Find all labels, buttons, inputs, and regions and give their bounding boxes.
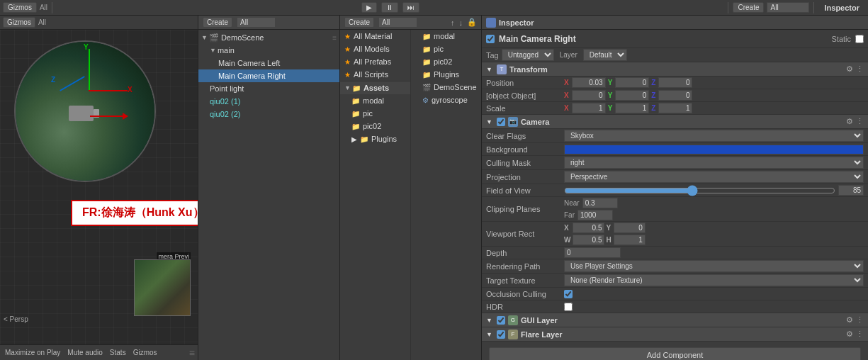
scene-panel-collapse[interactable]: ≡ <box>189 347 195 359</box>
scale-x-input[interactable] <box>572 103 606 113</box>
hierarchy-search-input[interactable] <box>237 17 276 28</box>
pos-x-input[interactable] <box>572 77 606 88</box>
fav-all-scripts[interactable]: ★ All Scripts <box>340 68 410 81</box>
flare-layer-settings-btn[interactable]: ⚙ <box>846 330 853 339</box>
plugins-folder-icon: 📁 <box>360 135 368 143</box>
demoscene-file-icon: 🎬 <box>422 84 431 91</box>
scene-view[interactable]: Y X Z < Persp mera Previ <box>0 30 198 344</box>
fov-slider[interactable] <box>564 186 835 195</box>
gizmos-scene-btn[interactable]: Gizmos <box>3 17 35 28</box>
hierarchy-point-light[interactable]: Point light <box>198 82 339 95</box>
mute-audio-btn[interactable]: Mute audio <box>65 348 104 357</box>
gui-layer-settings-btn[interactable]: ⚙ <box>846 315 853 325</box>
object-active-checkbox[interactable] <box>486 35 495 43</box>
right-plugins[interactable]: 📁 Plugins <box>411 68 481 81</box>
pause-button[interactable]: ⏸ <box>381 2 398 13</box>
gizmos-bottom-btn[interactable]: Gizmos <box>131 348 159 357</box>
camera-active-checkbox[interactable] <box>497 118 505 126</box>
hierarchy-qiu02-1[interactable]: qiu02 (1) <box>198 95 339 108</box>
maximize-play-btn[interactable]: Maximize on Play <box>3 348 62 357</box>
camera-component-header[interactable]: ▼ 📷 Camera ⚙ ⋮ <box>482 115 868 129</box>
hierarchy-camera-right[interactable]: Main Camera Right <box>198 69 339 82</box>
viewport-grid: X Y W H <box>564 223 646 245</box>
add-component-button[interactable]: Add Component <box>489 347 861 360</box>
projection-dropdown[interactable]: Perspective <box>564 171 864 183</box>
pos-z-input[interactable] <box>658 77 692 88</box>
project-download-icon[interactable]: ↓ <box>459 18 463 27</box>
stats-btn[interactable]: Stats <box>108 348 128 357</box>
hierarchy-demoscene[interactable]: ▼ 🎬 DemoScene ≡ <box>198 31 339 44</box>
assets-root-item[interactable]: ▼ 📁 Assets <box>340 81 410 94</box>
layer-dropdown[interactable]: Default <box>583 49 627 61</box>
tree-arrow-main: ▼ <box>210 47 216 54</box>
rotation-label: [object Object] <box>486 91 564 100</box>
gui-layer-checkbox[interactable] <box>497 316 505 325</box>
near-input[interactable] <box>582 198 618 208</box>
right-pic[interactable]: 📁 pic <box>411 43 481 55</box>
project-create-btn[interactable]: Create <box>344 17 374 28</box>
gui-layer-overflow-btn[interactable]: ⋮ <box>856 315 864 325</box>
vp-y-input[interactable] <box>614 223 646 233</box>
hierarchy-camera-left[interactable]: Main Camera Left <box>198 57 339 69</box>
target-texture-dropdown[interactable]: None (Render Texture) <box>564 274 864 286</box>
hierarchy-menu-icon[interactable]: ≡ <box>332 34 337 42</box>
scale-z-input[interactable] <box>658 103 692 113</box>
qiu02-1-label: qiu02 (1) <box>210 97 240 106</box>
asset-plugins[interactable]: ▶ 📁 Plugins <box>340 133 410 145</box>
vp-h-input[interactable] <box>614 235 646 245</box>
hierarchy-qiu02-2[interactable]: qiu02 (2) <box>198 108 339 120</box>
hierarchy-main[interactable]: ▼ main <box>198 44 339 57</box>
hierarchy-create-btn[interactable]: Create <box>203 17 232 28</box>
flare-layer-overflow-btn[interactable]: ⋮ <box>856 330 864 339</box>
flare-layer-checkbox[interactable] <box>497 330 505 339</box>
fav-all-prefabs-label: All Prefabs <box>354 57 391 66</box>
project-search-input[interactable] <box>767 2 809 13</box>
fav-all-material[interactable]: ★ All Material <box>340 30 410 43</box>
depth-input[interactable] <box>564 247 621 258</box>
transform-overflow-btn[interactable]: ⋮ <box>856 64 864 74</box>
asset-pic[interactable]: 📁 pic <box>340 107 410 120</box>
create-button-project[interactable]: Create <box>733 2 764 13</box>
fov-input[interactable] <box>838 185 864 196</box>
project-search-field[interactable] <box>378 17 417 28</box>
scale-y-input[interactable] <box>615 103 649 113</box>
right-demoscene[interactable]: 🎬 DemoScene <box>411 81 481 94</box>
far-row: Far <box>564 210 618 220</box>
tag-dropdown[interactable]: Untagged <box>502 49 554 61</box>
step-button[interactable]: ⏭ <box>402 2 419 13</box>
right-pic02[interactable]: 📁 pic02 <box>411 55 481 68</box>
occlusion-culling-checkbox[interactable] <box>564 290 573 298</box>
hdr-checkbox[interactable] <box>564 303 573 311</box>
rot-x-input[interactable] <box>572 90 606 101</box>
static-checkbox[interactable] <box>855 35 864 43</box>
fav-all-prefabs[interactable]: ★ All Prefabs <box>340 55 410 68</box>
project-lock-icon[interactable]: 🔒 <box>467 18 477 27</box>
clear-flags-dropdown[interactable]: Skybox <box>564 130 864 142</box>
rot-y-input[interactable] <box>615 90 649 101</box>
camera-settings-btn[interactable]: ⚙ <box>846 117 853 126</box>
culling-mask-dropdown[interactable]: right <box>564 157 864 169</box>
project-upload-icon[interactable]: ↑ <box>451 18 455 27</box>
rot-z-input[interactable] <box>658 90 692 101</box>
play-button[interactable]: ▶ <box>361 2 377 13</box>
gizmos-button[interactable]: Gizmos <box>3 2 37 13</box>
vp-x-label: X <box>564 224 570 232</box>
fav-all-models[interactable]: ★ All Models <box>340 43 410 55</box>
far-input[interactable] <box>577 210 613 220</box>
rendering-path-row: Rendering Path Use Player Settings <box>482 259 868 274</box>
rendering-path-dropdown[interactable]: Use Player Settings <box>564 260 864 272</box>
asset-pic02[interactable]: 📁 pic02 <box>340 120 410 133</box>
right-modal[interactable]: 📁 modal <box>411 30 481 43</box>
gui-layer-header[interactable]: ▼ G GUI Layer ⚙ ⋮ <box>482 313 868 327</box>
pos-y-input[interactable] <box>615 77 649 88</box>
camera-overflow-btn[interactable]: ⋮ <box>856 117 864 126</box>
vp-x-input[interactable] <box>573 223 604 233</box>
asset-modal[interactable]: 📁 modal <box>340 94 410 107</box>
transform-component-header[interactable]: ▼ T Transform ⚙ ⋮ <box>482 62 868 77</box>
vp-w-input[interactable] <box>573 235 604 245</box>
background-color-swatch[interactable] <box>564 145 864 154</box>
transform-settings-btn[interactable]: ⚙ <box>846 64 853 74</box>
flare-layer-header[interactable]: ▼ F Flare Layer ⚙ ⋮ <box>482 327 868 342</box>
right-gyroscope[interactable]: ⚙ gyroscope <box>411 94 481 106</box>
background-value <box>564 145 864 154</box>
